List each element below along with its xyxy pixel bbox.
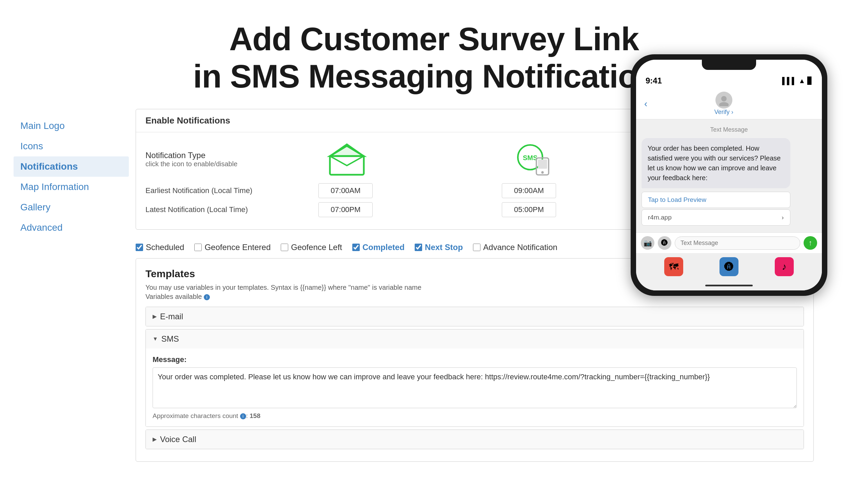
signal-icon: ▌▌▌ (782, 77, 797, 85)
email-accordion-header[interactable]: ▶ E-mail (146, 307, 804, 326)
sidebar-item-main-logo[interactable]: Main Logo (14, 116, 129, 136)
tab-advance-notification[interactable]: Advance Notification (473, 243, 557, 252)
phone-back-button[interactable]: ‹ (644, 98, 647, 109)
email-latest-input[interactable] (318, 202, 373, 217)
dock-icon-music[interactable]: ♪ (775, 257, 794, 276)
dock-icon-maps[interactable]: 🗺 (664, 257, 683, 276)
phone-nav-bar: ‹ Verify › (636, 88, 822, 119)
info-icon[interactable]: i (204, 294, 210, 300)
latest-label: Latest Notification (Local Time) (145, 205, 254, 214)
expand-voice-icon: ▶ (153, 436, 157, 442)
sms-message-textarea[interactable]: Your order was completed. Please let us … (153, 367, 797, 408)
info-icon-2[interactable]: i (240, 413, 246, 419)
email-earliest-input[interactable] (318, 183, 373, 198)
battery-icon: ▊ (807, 77, 812, 85)
sidebar-item-map-information[interactable]: Map Information (14, 177, 129, 197)
camera-icon[interactable]: 📷 (641, 236, 654, 250)
notification-type-label: Notification Type (145, 151, 254, 160)
wifi-icon: ▲ (798, 77, 805, 85)
tab-geofence-left[interactable]: Geofence Left (281, 243, 342, 252)
sidebar-item-advanced[interactable]: Advanced (14, 217, 129, 238)
phone-mockup: 9:41 ▌▌▌ ▲ ▊ ‹ (631, 54, 848, 296)
voice-call-accordion-header[interactable]: ▶ Voice Call (146, 430, 804, 449)
sidebar-item-gallery[interactable]: Gallery (14, 197, 129, 217)
message-bubble: Your order has been completed. How satis… (642, 138, 790, 188)
sidebar-item-notifications[interactable]: Notifications (14, 156, 129, 177)
sms-notification-icon[interactable]: SMS (512, 142, 553, 176)
phone-time: 9:41 (646, 76, 662, 86)
phone-messages-area: Text Message Your order has been complet… (636, 119, 822, 232)
phone-input-bar: 📷 🅐 ↑ (636, 232, 822, 253)
phone-status-bar: 9:41 ▌▌▌ ▲ ▊ (636, 72, 822, 88)
email-notification-icon[interactable] (327, 142, 367, 176)
chevron-right-icon: › (782, 214, 784, 221)
sms-accordion: ▼ SMS Message: Your order was completed.… (145, 329, 804, 427)
tab-next-stop[interactable]: Next Stop (415, 243, 463, 252)
contact-name[interactable]: Verify › (714, 109, 733, 116)
dock-icon-app[interactable]: 🅐 (719, 257, 738, 276)
svg-point-11 (719, 102, 729, 106)
tab-scheduled[interactable]: Scheduled (136, 243, 184, 252)
send-button[interactable]: ↑ (804, 236, 817, 250)
tab-geofence-entered[interactable]: Geofence Entered (194, 243, 271, 252)
expand-email-icon: ▶ (153, 313, 157, 320)
svg-point-6 (541, 171, 544, 173)
tab-completed[interactable]: Completed (352, 243, 405, 252)
sidebar: Main Logo Icons Notifications Map Inform… (14, 109, 136, 462)
sms-earliest-input[interactable] (502, 183, 556, 198)
voice-call-accordion: ▶ Voice Call (145, 430, 804, 449)
tap-to-load[interactable]: Tap to Load Preview (642, 192, 790, 208)
collapse-sms-icon: ▼ (153, 336, 158, 342)
text-message-label: Text Message (642, 126, 816, 133)
notification-type-sub: click the icon to enable/disable (145, 160, 254, 168)
earliest-label: Earliest Notification (Local Time) (145, 186, 254, 195)
phone-text-input[interactable] (675, 236, 800, 250)
preview-link[interactable]: r4m.app › (642, 209, 790, 226)
message-label: Message: (153, 355, 797, 364)
email-accordion: ▶ E-mail (145, 307, 804, 326)
phone-dock: 🗺 🅐 ♪ (636, 253, 822, 280)
svg-point-10 (721, 96, 727, 101)
svg-rect-7 (538, 159, 547, 169)
sms-accordion-body: Message: Your order was completed. Pleas… (146, 348, 804, 426)
char-count: Approximate characters count i: 158 (153, 412, 797, 420)
sms-latest-input[interactable] (502, 202, 556, 217)
app-icon[interactable]: 🅐 (658, 236, 671, 250)
svg-text:SMS: SMS (523, 154, 537, 162)
contact-avatar (715, 92, 732, 109)
sidebar-item-icons[interactable]: Icons (14, 136, 129, 156)
sms-accordion-header[interactable]: ▼ SMS (146, 329, 804, 348)
